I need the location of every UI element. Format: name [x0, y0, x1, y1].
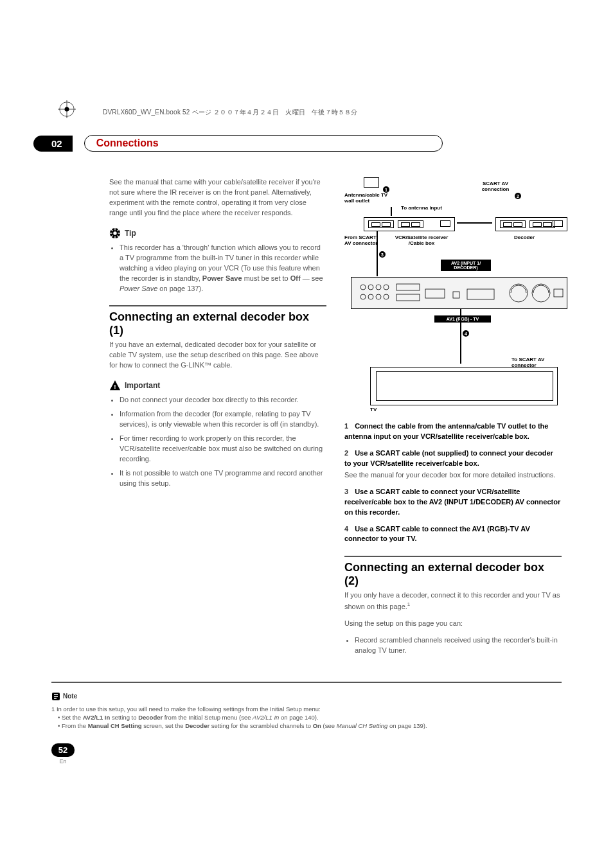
svg-rect-26 — [425, 289, 445, 298]
to-antenna-label: To antenna input — [396, 206, 447, 211]
section-heading-2: Connecting an external decoder box (2) — [344, 561, 562, 588]
chapter-header: 02 Connections — [51, 135, 562, 152]
arrow-down-icon — [377, 231, 378, 276]
recorder-rear-panel — [351, 277, 567, 309]
svg-point-21 — [368, 294, 373, 299]
step-3: 3Use a SCART cable to connect your VCR/s… — [344, 487, 562, 518]
important-item: Information from the decoder (for exampl… — [120, 409, 326, 430]
svg-point-5 — [113, 231, 116, 235]
section-heading-1: Connecting an external decoder box (1) — [109, 310, 326, 337]
svg-point-29 — [510, 284, 528, 302]
connection-diagram: Antenna/cable TV wall outlet 1 SCART AV … — [344, 177, 562, 421]
vcr-box — [364, 217, 455, 231]
section2-list: Record scrambled channels received using… — [344, 635, 562, 656]
important-label: Important — [125, 381, 160, 390]
wall-outlet-label: Antenna/cable TV wall outlet — [344, 193, 389, 204]
svg-point-30 — [532, 284, 550, 302]
svg-rect-27 — [453, 292, 459, 298]
scart-port-icon — [398, 220, 423, 228]
wall-outlet-icon — [364, 177, 379, 188]
svg-rect-25 — [396, 294, 420, 301]
scart-port-icon — [529, 220, 555, 228]
vcr-label: VCR/Satellite receiver /Cable box — [389, 235, 454, 247]
tip-label: Tip — [125, 229, 136, 238]
tv-box — [370, 367, 558, 405]
note-divider — [51, 682, 562, 683]
port-icon — [553, 220, 563, 227]
scart-port-icon — [368, 220, 394, 228]
port-icon — [440, 220, 450, 227]
av1-badge: AV1 (RGB) - TV — [434, 315, 491, 323]
tip-list: This recorder has a 'through' function w… — [109, 243, 326, 294]
av2-badge: AV2 (INPUT 1/ DECODER) — [441, 260, 491, 271]
callout-4: 4 — [463, 330, 469, 337]
section2-bullet: Record scrambled channels received using… — [355, 635, 562, 656]
page-number-badge: 52 En — [51, 743, 75, 765]
warning-icon: ! — [109, 380, 121, 391]
arrow-down-icon — [460, 309, 461, 364]
decoder-label: Decoder — [505, 235, 544, 241]
important-item: Do not connect your decoder box directly… — [120, 395, 326, 405]
step-2: 2Use a SCART cable (not supplied) to con… — [344, 448, 562, 481]
running-header: DVRLX60D_WV_EN.book 52 ページ ２００７年４月２４日 火曜… — [103, 108, 358, 117]
chapter-number: 02 — [33, 136, 73, 152]
scart-port-icon — [500, 220, 526, 228]
important-list: Do not connect your decoder box directly… — [109, 395, 326, 489]
section2-p1: If you only have a decoder, connect it t… — [344, 590, 562, 612]
svg-text:!: ! — [114, 383, 116, 390]
svg-point-16 — [360, 285, 366, 290]
tv-label: TV — [370, 407, 383, 413]
svg-rect-24 — [396, 284, 420, 290]
callout-3: 3 — [379, 251, 386, 258]
note-heading: Note — [51, 692, 562, 701]
callout-2: 2 — [515, 193, 521, 199]
important-item: For timer recording to work properly on … — [120, 434, 326, 465]
left-column: See the manual that came with your cable… — [51, 177, 326, 662]
section-divider — [109, 305, 326, 306]
svg-rect-28 — [467, 289, 494, 299]
svg-point-23 — [384, 294, 389, 299]
right-column: Antenna/cable TV wall outlet 1 SCART AV … — [344, 177, 562, 662]
step-4: 4Use a SCART cable to connect the AV1 (R… — [344, 524, 562, 545]
note-icon — [51, 692, 60, 701]
note-label: Note — [63, 693, 77, 700]
scart-av-conn-label: SCART AV connection — [473, 181, 518, 193]
gear-icon — [109, 227, 121, 239]
section1-intro: If you have an external, dedicated decod… — [109, 340, 326, 371]
from-scart-label: From SCART AV connector — [344, 235, 384, 247]
svg-point-17 — [368, 285, 373, 290]
svg-point-19 — [384, 285, 389, 290]
page-number: 52 — [51, 743, 75, 757]
rear-panel-icon — [351, 278, 567, 308]
svg-point-22 — [376, 294, 381, 299]
step-1: 1Connect the cable from the antenna/cabl… — [344, 421, 562, 442]
connector-line — [457, 222, 492, 224]
intro-text: See the manual that came with your cable… — [109, 177, 326, 218]
tip-item: This recorder has a 'through' function w… — [120, 243, 326, 294]
svg-rect-31 — [554, 289, 563, 297]
important-item: It is not possible to watch one TV progr… — [120, 468, 326, 489]
svg-point-18 — [376, 285, 381, 290]
section2-p2: Using the setup on this page you can: — [344, 619, 562, 629]
decoder-box — [495, 217, 567, 231]
arrow-down-icon — [391, 207, 392, 216]
tip-heading: Tip — [109, 227, 326, 239]
page-container: DVRLX60D_WV_EN.book 52 ページ ２００７年４月２４日 火曜… — [0, 0, 613, 803]
section-divider — [344, 556, 562, 557]
svg-point-20 — [360, 294, 366, 299]
tv-screen — [376, 371, 553, 401]
chapter-title: Connections — [84, 135, 443, 152]
note-body: 1 In order to use this setup, you will n… — [51, 705, 562, 731]
important-heading: ! Important — [109, 380, 326, 391]
page-lang: En — [51, 758, 75, 765]
callout-1: 1 — [383, 186, 389, 193]
